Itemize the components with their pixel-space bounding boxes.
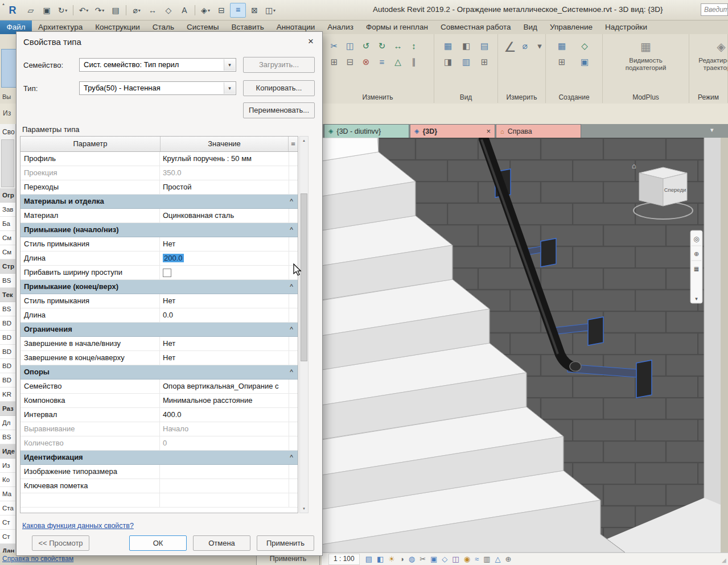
default-3d-view-icon[interactable]: ◈▾	[198, 3, 213, 17]
navigation-bar[interactable]: ◎ ⊕ ▦ ▾	[690, 230, 702, 303]
palette-row[interactable]: Иде	[0, 444, 15, 459]
resize-grip[interactable]: ◢	[722, 557, 726, 563]
viewcube-front-face-label[interactable]: Спереди	[664, 187, 686, 193]
viewcube-left-face[interactable]	[639, 173, 663, 206]
param-value[interactable]: Нет	[160, 237, 289, 251]
ribbon-tool-icon[interactable]: ≡	[375, 56, 389, 68]
param-value[interactable]: Нет	[160, 294, 289, 308]
type-selector-preview[interactable]	[1, 139, 14, 187]
close-icon[interactable]: ×	[303, 34, 319, 49]
ribbon-big-button[interactable]: ◈Редактировать траекторию	[689, 39, 728, 72]
param-value[interactable]	[160, 479, 289, 493]
param-section-header[interactable]: Материалы и отделка^	[20, 195, 298, 209]
scale-button[interactable]: 1 : 100	[328, 554, 360, 565]
palette-row[interactable]: Ко	[0, 473, 15, 487]
visual-style-icon[interactable]: ◧	[377, 554, 384, 564]
ribbon-tool-icon[interactable]: ✂	[327, 40, 341, 52]
param-value[interactable]: Нет	[160, 337, 289, 350]
ribbon-tool-icon[interactable]: ▤	[476, 40, 492, 52]
section-icon[interactable]: ⊟	[214, 3, 229, 17]
ribbon-tool-icon[interactable]: ∥	[407, 56, 421, 68]
analytical-model-icon[interactable]: △	[495, 554, 500, 564]
sync-icon[interactable]: ↻▾	[55, 3, 70, 17]
reveal-hidden-elements-icon[interactable]: ◉	[464, 554, 470, 564]
palette-row[interactable]: Дан	[0, 544, 15, 552]
param-value[interactable]: 0	[160, 436, 289, 450]
detail-level-icon[interactable]: ▤	[365, 554, 372, 564]
param-value[interactable]: 350.0	[160, 166, 289, 180]
view-tab[interactable]: ◈{3D - diutinvv}	[324, 124, 409, 138]
ok-button[interactable]: ОК	[129, 535, 187, 551]
ribbon-tab[interactable]: Надстройки	[599, 20, 653, 34]
palette-row[interactable]: BD	[0, 331, 15, 345]
reveal-constraints-icon[interactable]: ⊕	[505, 554, 511, 564]
preview-button[interactable]: << Просмотр	[32, 535, 89, 551]
temporary-isolate-icon[interactable]: ◫	[452, 554, 459, 564]
rename-button[interactable]: Переименовать...	[243, 102, 315, 118]
sun-path-icon[interactable]: ☀	[388, 554, 395, 564]
param-section-header[interactable]: Ограничения^	[20, 323, 298, 337]
ribbon-tab[interactable]: Анализ	[321, 20, 360, 34]
palette-row[interactable]: Ба	[0, 217, 15, 231]
modify-button[interactable]	[1, 49, 17, 88]
search-input[interactable]: Введит	[701, 3, 728, 16]
palette-row[interactable]: Ста	[0, 501, 15, 515]
thin-lines-icon[interactable]: ≡	[230, 3, 246, 18]
measure-icon[interactable]: ⌀▾	[129, 3, 144, 17]
palette-row[interactable]: BS	[0, 274, 15, 288]
param-value[interactable]	[160, 266, 289, 279]
param-section-header[interactable]: Примыкание (конец/верх)^	[20, 280, 298, 294]
param-section-header[interactable]: Идентификация^	[20, 451, 298, 465]
print-icon[interactable]: ▤	[108, 3, 123, 17]
navigation-wheel-icon[interactable]: ◎	[693, 235, 699, 243]
ribbon-tool-icon[interactable]: ⊟	[343, 56, 357, 68]
duplicate-button[interactable]: Копировать...	[243, 80, 315, 96]
param-value[interactable]: Минимальное расстояние	[160, 394, 289, 407]
palette-row[interactable]: Дл	[0, 416, 15, 430]
open-file-icon[interactable]: ▱	[23, 3, 38, 17]
palette-row[interactable]: Тек	[0, 288, 15, 302]
ribbon-tool-icon[interactable]: ▥	[458, 56, 474, 68]
load-button[interactable]: Загрузить...	[243, 57, 315, 73]
tag-icon[interactable]: ◇	[161, 3, 176, 17]
value-column-header[interactable]: Значение	[161, 137, 289, 151]
param-value[interactable]: Простой	[160, 180, 289, 194]
apply-button[interactable]: Применить	[257, 535, 314, 551]
palette-row[interactable]: Из	[0, 459, 15, 473]
palette-row[interactable]: Стр	[0, 259, 15, 274]
family-select[interactable]: Сист. семейство: Тип перил ▾	[79, 58, 236, 72]
ribbon-tool-icon[interactable]: ▦	[552, 40, 572, 52]
checkbox[interactable]	[163, 269, 171, 277]
param-value[interactable]: Круглый поручень : 50 мм	[160, 152, 289, 166]
param-value[interactable]	[160, 465, 289, 479]
ribbon-tool-icon[interactable]: ⊞	[327, 56, 341, 68]
ribbon-tool-icon[interactable]: ⊞	[552, 56, 572, 68]
collapse-chevron-icon[interactable]: ^	[285, 195, 298, 208]
aligned-dimension-icon[interactable]: ↔	[145, 3, 160, 17]
collapse-chevron-icon[interactable]: ^	[285, 323, 298, 336]
text-icon[interactable]: A	[177, 3, 192, 17]
param-value[interactable]: Нет	[160, 351, 289, 365]
ribbon-tool-icon[interactable]: ∠	[504, 40, 516, 55]
ribbon-tab[interactable]: Формы и генплан	[360, 20, 434, 34]
temporary-view-properties-icon[interactable]: ▥	[483, 554, 490, 564]
rendering-icon[interactable]: ◍	[409, 554, 415, 564]
palette-row[interactable]: См	[0, 245, 15, 259]
ribbon-tool-icon[interactable]: △	[391, 56, 405, 68]
param-value[interactable]: 200.0	[160, 251, 289, 265]
wall-mount-plate[interactable]	[588, 317, 603, 345]
palette-row[interactable]: BS	[0, 302, 15, 316]
ribbon-tool-icon[interactable]: ◨	[440, 56, 456, 68]
ribbon-tool-icon[interactable]: ▾	[533, 40, 546, 55]
scrollbar-thumb[interactable]	[301, 193, 307, 361]
param-value[interactable]: Опора вертикальная_Опирание с	[160, 380, 289, 393]
collapse-chevron-icon[interactable]: ^	[285, 365, 298, 379]
show-crop-region-icon[interactable]: ▣	[430, 554, 437, 564]
properties-function-help-link[interactable]: Какова функция данных свойств?	[22, 522, 134, 530]
palette-row[interactable]: BD	[0, 359, 15, 373]
param-section-header[interactable]: Примыкание (начало/низ)^	[20, 223, 298, 237]
scroll-up-icon[interactable]: ▴	[300, 137, 308, 145]
3d-viewport[interactable]: ⌂ Спереди ◎ ⊕ ▦ ▾	[322, 138, 721, 552]
param-section-header[interactable]: Опоры^	[20, 365, 298, 380]
type-select[interactable]: Труба(50) - Настенная ▾	[79, 81, 236, 95]
